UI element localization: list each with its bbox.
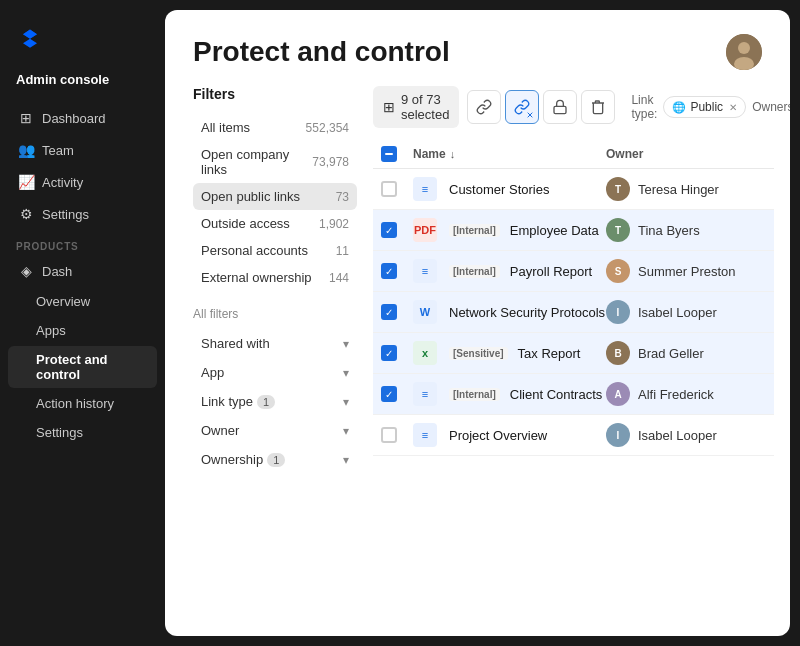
row-checkbox[interactable]: ✓ — [381, 345, 397, 361]
header-name-col[interactable]: Name ↓ — [413, 147, 606, 161]
check-col: ✓ — [381, 222, 413, 238]
filter-item-external-ownership[interactable]: External ownership144 — [193, 264, 357, 291]
filter-badge: 1 — [257, 395, 275, 409]
remove-link-button[interactable]: Remove link type — [505, 90, 539, 124]
file-icon: ≡ — [413, 382, 437, 406]
all-filters-section: All filters Shared with▾App▾Link type1▾O… — [193, 307, 357, 474]
row-checkbox[interactable]: ✓ — [381, 386, 397, 402]
table-header: Name ↓ Owner — [373, 140, 774, 169]
sidebar-item-dash[interactable]: ◈ Dash — [8, 256, 157, 286]
owner-avatar: T — [606, 177, 630, 201]
public-filter-tag[interactable]: 🌐 Public ✕ — [663, 96, 746, 118]
name-col: ≡ Project Overview — [413, 423, 606, 447]
page-title: Protect and control — [193, 36, 450, 68]
lock-button[interactable] — [543, 90, 577, 124]
expandable-filter-ownership[interactable]: Ownership1▾ — [193, 445, 357, 474]
products-label: PRODUCTS — [0, 229, 165, 256]
expandable-filter-label: Owner — [201, 423, 239, 438]
file-badge: [Internal] — [449, 388, 500, 401]
public-tag-close[interactable]: ✕ — [729, 102, 737, 113]
owner-cell: I Isabel Looper — [606, 423, 766, 447]
owner-name: Isabel Looper — [638, 305, 717, 320]
filters-title: Filters — [193, 86, 357, 102]
chevron-down-icon: ▾ — [343, 395, 349, 409]
expandable-filter-shared-with[interactable]: Shared with▾ — [193, 329, 357, 358]
owner-cell: A Alfi Frederick — [606, 382, 766, 406]
table-row[interactable]: ≡ Customer Stories T Teresa Hinger — [373, 169, 774, 210]
expandable-filter-label: Shared with — [201, 336, 270, 351]
sidebar-item-action-history[interactable]: Action history — [8, 390, 157, 417]
filter-item-open-company-links[interactable]: Open company links73,978 — [193, 141, 357, 183]
owner-avatar: B — [606, 341, 630, 365]
sidebar-item-sub-settings[interactable]: Settings — [8, 419, 157, 446]
expandable-filter-link-type[interactable]: Link type1▾ — [193, 387, 357, 416]
table-row[interactable]: ✓ x [Sensitive] Tax Report B Brad Geller — [373, 333, 774, 374]
row-checkbox[interactable] — [381, 181, 397, 197]
select-all-checkbox[interactable] — [381, 146, 397, 162]
file-name: Client Contracts — [510, 387, 606, 402]
file-name: Customer Stories — [449, 182, 606, 197]
check-col: ✓ — [381, 304, 413, 320]
sidebar-item-protect[interactable]: Protect and control — [8, 346, 157, 388]
owner-cell: B Brad Geller — [606, 341, 766, 365]
owner-cell: S Summer Preston — [606, 259, 766, 283]
link-button[interactable] — [467, 90, 501, 124]
file-name: Payroll Report — [510, 264, 606, 279]
file-name: Network Security Protocols — [449, 305, 606, 320]
table-row[interactable]: ✓ ≡ [Internal] Payroll Report S Summer P… — [373, 251, 774, 292]
filter-tags: Link type: 🌐 Public ✕ Ownership: Interna… — [631, 93, 790, 121]
chevron-down-icon: ▾ — [343, 453, 349, 467]
toolbar-actions: Remove link type — [467, 90, 615, 124]
sidebar-item-overview[interactable]: Overview — [8, 288, 157, 315]
chevron-down-icon: ▾ — [343, 337, 349, 351]
apps-label: Apps — [36, 323, 66, 338]
filter-item-outside-access[interactable]: Outside access1,902 — [193, 210, 357, 237]
sidebar-item-label: Dashboard — [42, 111, 106, 126]
filter-badge: 1 — [267, 453, 285, 467]
row-checkbox[interactable]: ✓ — [381, 222, 397, 238]
selected-count-text: 9 of 73 selected — [401, 92, 449, 122]
delete-button[interactable] — [581, 90, 615, 124]
sidebar-item-apps[interactable]: Apps — [8, 317, 157, 344]
sidebar-item-settings[interactable]: ⚙ Settings — [8, 199, 157, 229]
filter-item-open-public-links[interactable]: Open public links73 — [193, 183, 357, 210]
filter-count: 1,902 — [319, 217, 349, 231]
filter-count: 73,978 — [312, 155, 349, 169]
sidebar-item-label: Settings — [42, 207, 89, 222]
expandable-filter-app[interactable]: App▾ — [193, 358, 357, 387]
filter-count: 144 — [329, 271, 349, 285]
row-checkbox[interactable]: ✓ — [381, 263, 397, 279]
header-check-col — [381, 146, 413, 162]
table-row[interactable]: ✓ W Network Security Protocols I Isabel … — [373, 292, 774, 333]
table-row[interactable]: ≡ Project Overview I Isabel Looper — [373, 415, 774, 456]
table-row[interactable]: ✓ PDF [Internal] Employee Data T Tina By… — [373, 210, 774, 251]
owner-name: Summer Preston — [638, 264, 736, 279]
sidebar-logo — [0, 16, 165, 72]
filter-count: 11 — [336, 244, 349, 258]
owner-name: Isabel Looper — [638, 428, 717, 443]
file-icon: ≡ — [413, 177, 437, 201]
filter-item-personal-accounts[interactable]: Personal accounts11 — [193, 237, 357, 264]
table-row[interactable]: ✓ ≡ [Internal] Client Contracts A Alfi F… — [373, 374, 774, 415]
public-tag-text: Public — [690, 100, 723, 114]
filter-item-all-items[interactable]: All items552,354 — [193, 114, 357, 141]
sidebar-item-team[interactable]: 👥 Team — [8, 135, 157, 165]
svg-point-1 — [738, 42, 750, 54]
all-filters-title: All filters — [193, 307, 357, 321]
file-icon: x — [413, 341, 437, 365]
expandable-filter-owner[interactable]: Owner▾ — [193, 416, 357, 445]
row-checkbox[interactable]: ✓ — [381, 304, 397, 320]
owner-avatar: I — [606, 423, 630, 447]
owner-name: Alfi Frederick — [638, 387, 714, 402]
dashboard-icon: ⊞ — [18, 110, 34, 126]
sidebar-products-nav: ◈ Dash Overview Apps Protect and control… — [0, 256, 165, 446]
row-checkbox[interactable] — [381, 427, 397, 443]
sort-arrow-icon: ↓ — [450, 148, 456, 160]
name-col: ≡ [Internal] Client Contracts — [413, 382, 606, 406]
user-avatar[interactable] — [726, 34, 762, 70]
sidebar-item-activity[interactable]: 📈 Activity — [8, 167, 157, 197]
file-badge: [Internal] — [449, 224, 500, 237]
globe-icon: 🌐 — [672, 101, 686, 114]
sidebar-item-dashboard[interactable]: ⊞ Dashboard — [8, 103, 157, 133]
sub-settings-label: Settings — [36, 425, 83, 440]
